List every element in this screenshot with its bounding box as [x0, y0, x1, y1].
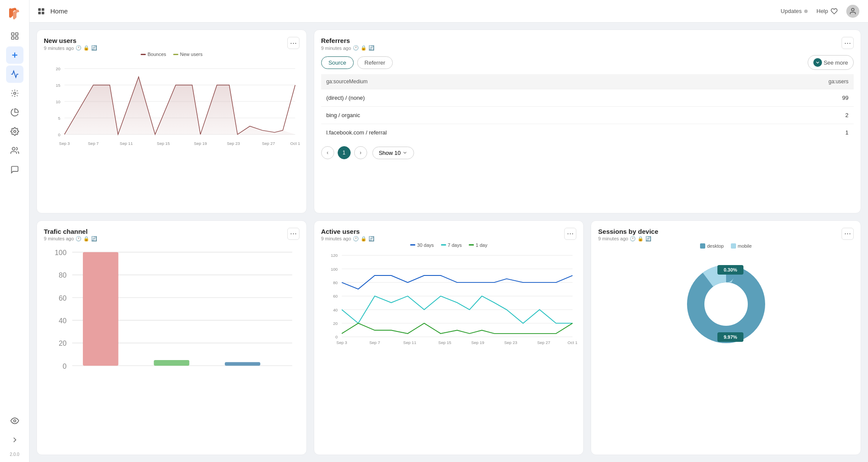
sidebar-item-users[interactable]: [6, 142, 23, 159]
dropdown-icon: [402, 150, 408, 155]
svg-text:100: 100: [55, 248, 66, 256]
svg-text:20: 20: [59, 339, 66, 347]
svg-text:Oct 1: Oct 1: [567, 340, 577, 344]
traffic-svg: 100 80 60 40 20 0: [44, 245, 299, 401]
sidebar-item-eye[interactable]: [6, 412, 23, 429]
sessions-meta: 9 minutes ago 🕐 🔒 🔄: [598, 236, 658, 242]
svg-text:120: 120: [331, 253, 338, 258]
svg-text:Sep 3: Sep 3: [336, 340, 347, 344]
topbar: Home Updates Help: [30, 0, 868, 23]
svg-text:5: 5: [58, 116, 60, 121]
pagination: ‹ 1 › Show 10: [321, 146, 854, 159]
svg-text:15: 15: [56, 83, 60, 88]
svg-point-8: [12, 147, 15, 151]
svg-text:Sep 11: Sep 11: [120, 141, 133, 146]
svg-text:Sep 15: Sep 15: [157, 141, 170, 146]
svg-text:Sep 15: Sep 15: [438, 340, 451, 344]
svg-text:Sep 7: Sep 7: [88, 141, 99, 146]
topbar-title: Home: [50, 7, 68, 15]
clock-icon-au: 🕐: [353, 236, 359, 242]
svg-rect-43: [154, 360, 189, 365]
new-users-title-area: New users 9 minutes ago 🕐 🔒 🔄: [44, 37, 97, 51]
show-rows-button[interactable]: Show 10: [372, 147, 414, 159]
referrers-table: ga:sourceMedium ga:users (direct) / (non…: [321, 74, 854, 141]
updates-dot: [804, 10, 808, 13]
prev-page-button[interactable]: ‹: [321, 146, 334, 159]
refresh-icon-ref: 🔄: [368, 45, 375, 51]
sidebar-item-expand[interactable]: [6, 431, 23, 449]
referrers-time: 9 minutes ago: [321, 46, 351, 51]
30days-dot: [410, 244, 415, 246]
referrer-tab[interactable]: Referrer: [357, 56, 393, 69]
sidebar-item-messages[interactable]: [6, 161, 23, 178]
see-more-button[interactable]: See more: [808, 55, 854, 70]
sidebar-item-reports[interactable]: [6, 104, 23, 121]
1day-dot: [469, 244, 474, 246]
sidebar-item-grid[interactable]: [6, 27, 23, 45]
page-1-button[interactable]: 1: [338, 146, 351, 159]
svg-text:Sep 27: Sep 27: [537, 340, 550, 344]
donut-chart-wrap: 0.30% 9.97%: [598, 252, 854, 356]
see-more-icon: [813, 58, 822, 67]
svg-rect-3: [15, 37, 18, 39]
active-users-title-area: Active users 9 minutes ago 🕐 🔒 🔄: [321, 228, 375, 242]
topbar-grid-icon: [38, 8, 45, 14]
legend-bounces: Bounces: [141, 52, 166, 57]
sessions-time: 9 minutes ago: [598, 236, 628, 241]
next-page-button[interactable]: ›: [354, 146, 367, 159]
svg-text:40: 40: [333, 307, 338, 312]
clock-icon-ref: 🕐: [353, 45, 359, 51]
sidebar-item-settings[interactable]: [6, 123, 23, 140]
active-users-more-button[interactable]: ⋯: [564, 228, 576, 240]
traffic-header: Trafic channel 9 minutes ago 🕐 🔒 🔄 ⋯: [44, 228, 299, 242]
svg-rect-1: [15, 33, 18, 36]
new-users-more-button[interactable]: ⋯: [287, 37, 299, 49]
new-users-title: New users: [44, 37, 97, 44]
source-tab[interactable]: Source: [321, 56, 354, 69]
sessions-title: Sessions by device: [598, 228, 658, 235]
svg-text:0: 0: [62, 362, 66, 370]
sessions-title-area: Sessions by device 9 minutes ago 🕐 🔒 🔄: [598, 228, 658, 242]
new-users-header: New users 9 minutes ago 🕐 🔒 🔄 ⋯: [44, 37, 299, 51]
svg-text:60: 60: [333, 294, 338, 298]
svg-text:0: 0: [335, 334, 337, 339]
new-users-time: 9 minutes ago: [44, 46, 74, 51]
see-more-label: See more: [824, 59, 848, 66]
svg-text:60: 60: [59, 294, 66, 301]
traffic-more-button[interactable]: ⋯: [287, 228, 299, 240]
active-users-legend: 30 days 7 days 1 day: [321, 242, 577, 248]
active-users-title: Active users: [321, 228, 375, 235]
svg-point-6: [13, 92, 16, 95]
new-users-legend: Bounces New users: [44, 52, 299, 57]
source-cell: l.facebook.com / referral: [321, 124, 694, 141]
heart-icon: [831, 8, 838, 15]
traffic-time: 9 minutes ago: [44, 236, 74, 241]
svg-point-7: [13, 131, 16, 133]
sidebar-item-analytics[interactable]: [6, 66, 23, 83]
referrers-more-button[interactable]: ⋯: [842, 37, 854, 49]
new-users-dot: [173, 54, 178, 55]
traffic-chart: 100 80 60 40 20 0: [44, 245, 299, 403]
source-cell: (direct) / (none): [321, 89, 694, 107]
lock-icon-ref: 🔒: [361, 45, 367, 51]
source-cell: bing / organic: [321, 107, 694, 124]
sidebar-item-add[interactable]: [6, 46, 23, 64]
svg-marker-21: [64, 77, 295, 134]
updates-button[interactable]: Updates: [781, 8, 808, 14]
help-label: Help: [816, 8, 828, 14]
sessions-more-button[interactable]: ⋯: [842, 228, 854, 240]
mobile-swatch: [731, 243, 736, 249]
help-button[interactable]: Help: [816, 8, 838, 15]
active-users-header: Active users 9 minutes ago 🕐 🔒 🔄 ⋯: [321, 228, 577, 242]
svg-text:Sep 19: Sep 19: [194, 141, 207, 146]
users-cell: 1: [694, 124, 854, 141]
sidebar-item-integrations[interactable]: [6, 85, 23, 102]
new-users-card: New users 9 minutes ago 🕐 🔒 🔄 ⋯ Bounces …: [36, 29, 307, 213]
svg-text:Sep 23: Sep 23: [227, 141, 240, 146]
user-avatar[interactable]: [846, 5, 859, 18]
col-users: ga:users: [694, 74, 854, 89]
desktop-swatch: [700, 243, 705, 249]
svg-text:Sep 27: Sep 27: [262, 141, 275, 146]
sessions-legend: desktop mobile: [598, 243, 854, 249]
new-users-chart: 20 15 10 5 0 Sep 3 Sep 7: [44, 60, 299, 161]
